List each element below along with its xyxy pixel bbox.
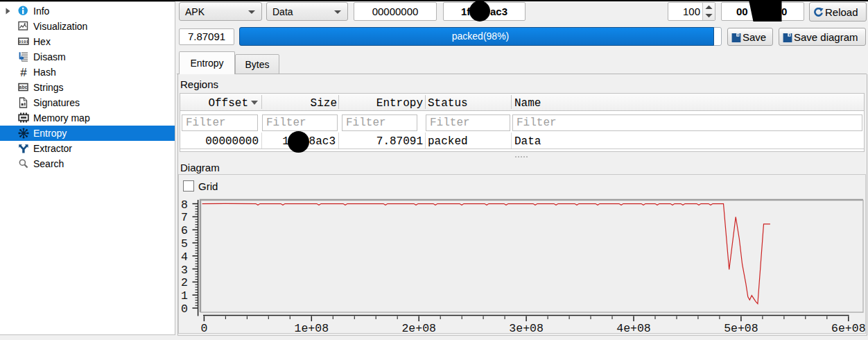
svg-text:2: 2 <box>181 276 188 289</box>
svg-text:7: 7 <box>181 211 188 224</box>
svg-text:6e+08: 6e+08 <box>831 322 866 335</box>
svg-text:1e+08: 1e+08 <box>295 322 329 335</box>
svg-text:3e+08: 3e+08 <box>509 322 544 335</box>
svg-text:3: 3 <box>181 264 188 277</box>
svg-text:8: 8 <box>181 198 188 212</box>
svg-text:4e+08: 4e+08 <box>616 322 651 335</box>
svg-text:abc: abc <box>19 85 28 90</box>
svg-text:1: 1 <box>181 289 188 303</box>
svg-text:2e+08: 2e+08 <box>401 322 436 335</box>
svg-text:#: # <box>20 67 27 78</box>
svg-text:5: 5 <box>181 237 188 250</box>
svg-text:0: 0 <box>181 303 188 316</box>
svg-text:6: 6 <box>181 224 188 237</box>
svg-text:0101: 0101 <box>19 40 29 44</box>
svg-text:0: 0 <box>200 322 207 335</box>
svg-text:5e+08: 5e+08 <box>724 322 758 335</box>
svg-text:4: 4 <box>181 250 188 264</box>
